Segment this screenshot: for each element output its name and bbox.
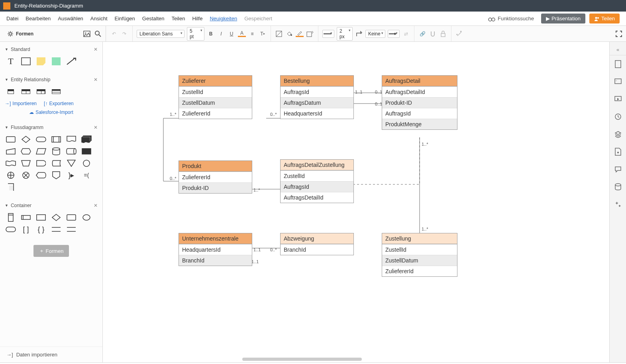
shape-fc-delay[interactable] — [35, 159, 47, 168]
shape-fc-papertape[interactable] — [5, 159, 17, 168]
close-icon[interactable]: ✕ — [94, 77, 98, 82]
shape-fc-manual-op[interactable] — [20, 159, 32, 168]
line-end-left-select[interactable]: Keine — [365, 30, 385, 38]
group-flussdiagramm[interactable]: ▼Flussdiagramm✕ — [5, 123, 98, 132]
menu-bearbeiten[interactable]: Bearbeiten — [26, 16, 51, 22]
shape-fc-connector[interactable] — [80, 159, 92, 168]
shape-fc-internal[interactable] — [80, 147, 92, 156]
import-link[interactable]: →] Importieren — [5, 101, 37, 106]
shape-fc-brace-r[interactable]: }▸ — [65, 171, 77, 180]
presentation-button[interactable]: ▶ Präsentation — [541, 14, 585, 23]
shape-fc-terminator[interactable] — [35, 135, 47, 144]
shape-er3[interactable] — [35, 87, 47, 96]
rp-sparkle-icon[interactable] — [610, 196, 626, 213]
text-format-icon[interactable]: T▸ — [259, 30, 267, 38]
swap-icon[interactable]: ⇄ — [402, 30, 410, 38]
shape-fc-document[interactable] — [65, 135, 77, 144]
search-icon[interactable] — [94, 30, 102, 37]
shape-fc-or[interactable] — [5, 171, 17, 180]
fontsize-select[interactable]: 5 pt — [187, 27, 204, 41]
rp-layers-icon[interactable] — [610, 125, 626, 143]
shape-fc-rect[interactable] — [5, 135, 17, 144]
shape-options-icon[interactable] — [306, 30, 314, 38]
underline-icon[interactable]: U — [228, 30, 235, 38]
import-data-button[interactable]: →] Daten importieren — [0, 346, 102, 362]
shape-fc-predef[interactable] — [50, 135, 62, 144]
rp-history-icon[interactable] — [610, 108, 626, 125]
shape-c-circle[interactable] — [80, 213, 92, 222]
rp-chat-icon[interactable] — [610, 160, 626, 178]
menu-teilen[interactable]: Teilen — [171, 16, 185, 22]
shape-c-bracket-l[interactable]: [ ] — [20, 225, 32, 234]
entity-zulieferer[interactable]: Zulieferer ZustellId ZustellDatum Zulief… — [179, 75, 252, 119]
shape-c-swimlane-v[interactable] — [5, 213, 17, 222]
shape-er4[interactable] — [50, 87, 62, 96]
lock-icon[interactable] — [439, 30, 447, 38]
entity-produkt[interactable]: Produkt ZuliefererId Produkt-ID — [179, 160, 252, 194]
shape-fc-multidoc[interactable] — [80, 135, 92, 144]
menu-ansicht[interactable]: Ansicht — [90, 16, 108, 22]
close-icon[interactable]: ✕ — [94, 47, 98, 52]
shape-fc-data[interactable] — [35, 147, 47, 156]
shape-fc-card[interactable] — [5, 183, 17, 192]
shape-fc-directdata[interactable] — [65, 147, 77, 156]
shape-fc-sum[interactable] — [20, 171, 32, 180]
magnet-icon[interactable] — [429, 30, 437, 38]
shape-c-lines2[interactable] — [65, 225, 77, 234]
shape-c-brace[interactable]: { } — [35, 225, 47, 234]
salesforce-import-link[interactable]: ☁ Salesforce-Import — [29, 110, 73, 115]
shape-fc-database[interactable] — [50, 147, 62, 156]
shape-fc-diamond[interactable] — [20, 135, 32, 144]
menu-neuigkeiten[interactable]: Neuigkeiten — [210, 16, 237, 22]
shape-fc-manual-input[interactable] — [5, 147, 17, 156]
shape-fc-merge[interactable] — [65, 159, 77, 168]
shape-fc-offpage[interactable] — [50, 171, 62, 180]
entity-unternehmenszentrale[interactable]: Unternehmenszentrale HeadquartersId Bran… — [179, 233, 252, 266]
line-style-select[interactable] — [322, 30, 334, 38]
shape-fc-stored[interactable] — [50, 159, 62, 168]
shape-c-rect2[interactable] — [65, 213, 77, 222]
shape-fc-preparation[interactable] — [20, 147, 32, 156]
shape-rectangle[interactable] — [20, 57, 32, 66]
shape-c-diamond[interactable] — [50, 213, 62, 222]
shape-er2[interactable] — [20, 87, 32, 96]
group-container[interactable]: ▼Container✕ — [5, 201, 98, 210]
entity-auftragsdetail[interactable]: AuftragsDetail AuftragsDetailId Produkt-… — [382, 75, 457, 130]
shape-fc-display[interactable] — [35, 171, 47, 180]
collapse-icon[interactable]: « — [610, 44, 626, 55]
menu-auswaehlen[interactable]: Auswählen — [58, 16, 83, 22]
shape-c-lines[interactable] — [50, 225, 62, 234]
wand-icon[interactable] — [455, 30, 463, 38]
line-width-select[interactable]: 2 px — [337, 27, 353, 41]
menu-datei[interactable]: Datei — [6, 16, 18, 22]
group-standard[interactable]: ▼Standard✕ — [5, 45, 98, 54]
bold-icon[interactable]: B — [207, 30, 215, 38]
menu-einfuegen[interactable]: Einfügen — [115, 16, 135, 22]
rp-document-icon[interactable] — [610, 55, 626, 73]
fullscreen-icon[interactable] — [615, 30, 623, 38]
group-entity-relationship[interactable]: ▼Entity Relationship✕ — [5, 75, 98, 84]
shape-c-pill[interactable] — [5, 225, 17, 234]
undo-icon[interactable]: ↶ — [110, 30, 118, 38]
rp-comment-icon[interactable]: " — [610, 73, 626, 90]
shape-c-swimlane-h[interactable] — [20, 213, 32, 222]
feature-finder[interactable]: Funktionssuche — [488, 16, 534, 22]
menu-gestalten[interactable]: Gestalten — [142, 16, 165, 22]
menu-hilfe[interactable]: Hilfe — [192, 16, 202, 22]
share-button[interactable]: Teilen — [589, 14, 620, 23]
rp-data-icon[interactable] — [610, 178, 626, 196]
entity-abzweigung[interactable]: Abzweigung BranchId — [280, 233, 354, 255]
close-icon[interactable]: ✕ — [94, 125, 98, 130]
rp-page-icon[interactable] — [610, 143, 626, 160]
font-select[interactable]: Liberation Sans — [137, 30, 184, 38]
line-end-right-select[interactable] — [388, 30, 400, 38]
entity-bestellung[interactable]: Bestellung AuftragsId AuftragsDatum Head… — [280, 75, 354, 119]
shape-c-rect[interactable] — [35, 213, 47, 222]
shape-er1[interactable] — [5, 87, 17, 96]
shape-text[interactable]: T — [5, 57, 17, 66]
border-color-icon[interactable] — [296, 31, 304, 37]
text-color-icon[interactable]: A — [238, 31, 246, 37]
line-route-icon[interactable] — [355, 30, 363, 38]
link-icon[interactable]: 🔗 — [418, 30, 426, 38]
italic-icon[interactable]: I — [217, 30, 225, 38]
